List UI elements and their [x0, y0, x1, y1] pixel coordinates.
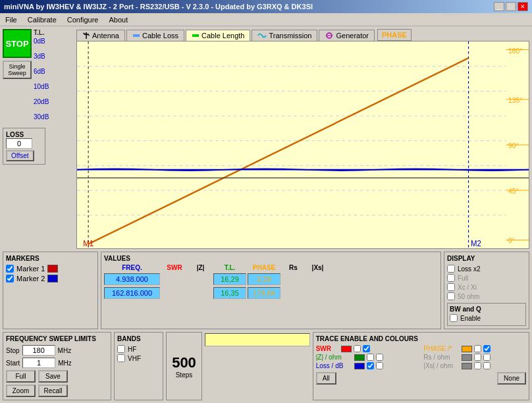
- start-input[interactable]: [22, 358, 55, 368]
- tab-antenna-label: Antenna: [92, 32, 119, 40]
- stop-button[interactable]: STOP: [3, 29, 32, 58]
- close-button[interactable]: ✕: [518, 2, 528, 11]
- trace-rs-cb[interactable]: [474, 354, 481, 361]
- trace-xs-cb[interactable]: [474, 362, 481, 369]
- marker1-label: Marker 1: [16, 265, 45, 273]
- svg-text:M1: M1: [83, 239, 93, 248]
- save-button[interactable]: Save: [38, 370, 68, 383]
- hf-checkbox[interactable]: [117, 345, 125, 353]
- trace-loss-cb2[interactable]: [376, 362, 383, 369]
- trace-swr-cb2[interactable]: [363, 345, 370, 352]
- val-tl1: 16,29: [213, 273, 246, 285]
- marker2-checkbox[interactable]: [6, 275, 14, 282]
- trace-phase-row: PHASE /*: [423, 345, 526, 352]
- tab-cable-loss[interactable]: Cable Loss: [126, 30, 184, 41]
- loss-section: LOSS Offset: [3, 128, 45, 165]
- trace-iz-label: |Z| / ohm: [316, 354, 352, 361]
- marker2-color[interactable]: [47, 275, 58, 282]
- tab-cable-length[interactable]: Cable Length: [186, 30, 250, 41]
- menu-configure[interactable]: Configure: [65, 15, 101, 24]
- all-button[interactable]: All: [316, 372, 336, 385]
- menu-file[interactable]: File: [3, 15, 20, 24]
- vhf-checkbox[interactable]: [117, 354, 125, 362]
- transmission-icon: [257, 32, 267, 40]
- maximize-button[interactable]: □: [506, 2, 516, 11]
- trace-btns: All None: [316, 372, 526, 385]
- trace-iz-color[interactable]: [354, 354, 365, 361]
- bwq-box: BW and Q Enable: [447, 303, 526, 326]
- bottom-panels-row2: FREQUENCY SWEEP LIMITS Stop MHz Start MH…: [3, 332, 529, 400]
- xcxi-checkbox[interactable]: [447, 283, 455, 291]
- title-text: miniVNA by IW3HEV & IW3IJZ - 2 Port - RS…: [4, 3, 313, 11]
- trace-swr-color[interactable]: [341, 346, 352, 352]
- header-rs: Rs: [282, 264, 305, 271]
- stop-input[interactable]: [22, 345, 55, 356]
- tab-antenna[interactable]: Antenna: [76, 30, 125, 41]
- header-tl: T.L.: [213, 264, 246, 271]
- val-phase2: 179,84: [248, 287, 280, 299]
- trace-swr-row: SWR: [316, 345, 419, 352]
- antenna-icon: [82, 32, 90, 40]
- chart-container: M1 M2 180° 135° 90° 45° 0°: [76, 41, 529, 249]
- marker2-label: Marker 2: [16, 275, 45, 282]
- progress-bar: [205, 333, 310, 346]
- window-controls: _ □ ✕: [494, 2, 528, 11]
- tab-transmission[interactable]: Transmission: [252, 30, 317, 41]
- trace-loss-cb[interactable]: [367, 362, 374, 369]
- menu-calibrate[interactable]: Calibrate: [25, 15, 59, 24]
- tab-generator[interactable]: Generator: [319, 30, 375, 41]
- trace-phase-cb2[interactable]: [483, 345, 491, 352]
- vhf-label: VHF: [128, 355, 141, 362]
- svg-text:90°: 90°: [508, 142, 519, 150]
- single-sweep-button[interactable]: SingleSweep: [3, 61, 32, 79]
- recall-button[interactable]: Recall: [38, 385, 68, 397]
- trace-iz-cb[interactable]: [367, 354, 374, 361]
- trace-loss-row: Loss / dB: [316, 362, 419, 369]
- full-checkbox[interactable]: [447, 274, 455, 282]
- db-scale: 0dB 3dB 6dB 10dB 20dB 30dB: [34, 38, 49, 121]
- trace-loss-label: Loss / dB: [316, 362, 352, 369]
- trace-swr-cb[interactable]: [354, 345, 361, 352]
- svg-text:0°: 0°: [508, 236, 515, 245]
- values-row2: 162.816.000 16,35 179,84: [104, 287, 438, 299]
- trace-rs-color[interactable]: [462, 354, 472, 361]
- tab-bar: Antenna Cable Loss Cable Length Transmis…: [76, 29, 529, 41]
- freq-sweep-box: FREQUENCY SWEEP LIMITS Stop MHz Start MH…: [3, 332, 111, 400]
- full-button[interactable]: Full: [6, 370, 36, 383]
- minimize-button[interactable]: _: [494, 2, 504, 11]
- marker2-row: Marker 2: [6, 275, 95, 282]
- trace-xs-color[interactable]: [462, 363, 472, 369]
- trace-iz-cb2[interactable]: [376, 354, 383, 361]
- bwq-enable-checkbox[interactable]: [450, 314, 458, 322]
- lossx2-checkbox[interactable]: [447, 265, 455, 273]
- trace-xs-cb2[interactable]: [483, 362, 491, 369]
- loss-input[interactable]: [6, 138, 32, 149]
- trace-xs-label: |Xs| / ohm: [423, 362, 460, 369]
- cable-length-icon: [192, 32, 200, 40]
- left-panel: STOP SingleSweep T.L. 0dB 3dB 6dB 10dB 2…: [3, 29, 74, 249]
- menu-about[interactable]: About: [106, 15, 130, 24]
- fiftyohm-checkbox[interactable]: [447, 292, 455, 300]
- progress-area: [205, 332, 310, 400]
- marker1-color[interactable]: [47, 265, 58, 273]
- values-headers: FREQ. SWR |Z| T.L. PHASE Rs |Xs|: [104, 264, 438, 271]
- trace-phase-cb[interactable]: [474, 345, 481, 352]
- zoom-button[interactable]: Zoom: [6, 385, 36, 397]
- trace-phase-label: PHASE /*: [423, 345, 460, 352]
- offset-button[interactable]: Offset: [6, 150, 34, 161]
- start-label: Start: [6, 360, 20, 367]
- marker1-checkbox[interactable]: [6, 265, 14, 273]
- trace-phase-color[interactable]: [462, 346, 472, 352]
- values-row1: 4.938.000 16,29 2,29: [104, 273, 438, 285]
- svg-text:180°: 180°: [508, 46, 522, 55]
- markers-box: MARKERS Marker 1 Marker 2: [3, 252, 98, 329]
- none-button[interactable]: None: [497, 372, 526, 385]
- db-30: 30dB: [34, 113, 49, 121]
- tl-label: T.L.: [34, 29, 45, 36]
- trace-loss-color[interactable]: [354, 363, 365, 369]
- lossx2-label: Loss x2: [458, 265, 480, 273]
- db-3: 3dB: [34, 53, 49, 60]
- trace-rs-cb2[interactable]: [483, 354, 491, 361]
- start-mhz: MHz: [58, 360, 72, 367]
- tab-generator-label: Generator: [336, 32, 369, 40]
